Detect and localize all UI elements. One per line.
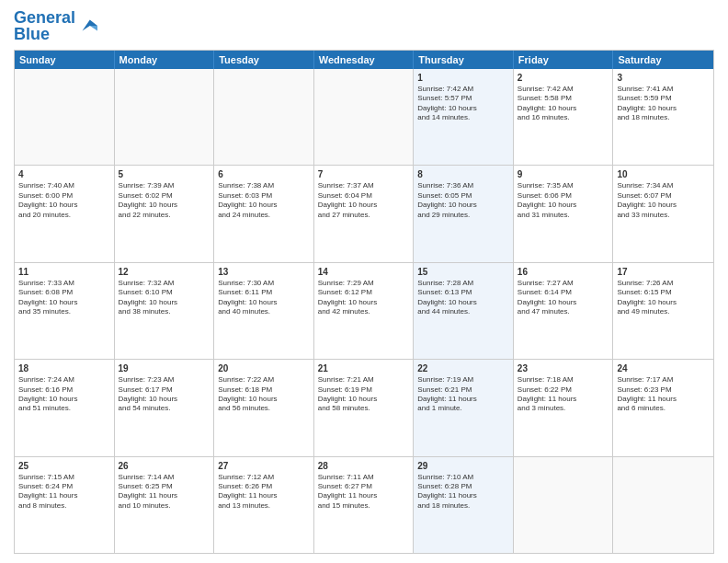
day-cell-7: 7Sunrise: 7:37 AM Sunset: 6:04 PM Daylig… xyxy=(314,166,415,261)
day-number: 20 xyxy=(218,362,310,374)
day-number: 27 xyxy=(218,460,310,472)
day-number: 18 xyxy=(18,362,110,374)
calendar-body: 1Sunrise: 7:42 AM Sunset: 5:57 PM Daylig… xyxy=(15,69,713,553)
day-cell-13: 13Sunrise: 7:30 AM Sunset: 6:11 PM Dayli… xyxy=(214,263,314,359)
day-cell-24: 24Sunrise: 7:17 AM Sunset: 6:23 PM Dayli… xyxy=(613,360,713,455)
day-number: 21 xyxy=(318,362,410,374)
day-info: Sunrise: 7:29 AM Sunset: 6:12 PM Dayligh… xyxy=(318,279,410,317)
day-cell-15: 15Sunrise: 7:28 AM Sunset: 6:13 PM Dayli… xyxy=(414,263,514,359)
day-info: Sunrise: 7:38 AM Sunset: 6:03 PM Dayligh… xyxy=(218,181,310,220)
day-number: 14 xyxy=(318,266,410,278)
day-cell-14: 14Sunrise: 7:29 AM Sunset: 6:12 PM Dayli… xyxy=(314,263,415,359)
day-number: 25 xyxy=(18,460,110,472)
day-number: 1 xyxy=(417,72,509,84)
day-number: 16 xyxy=(518,266,609,278)
day-number: 17 xyxy=(617,266,710,278)
logo-blue: Blue xyxy=(14,25,50,43)
header: General Blue xyxy=(14,9,714,42)
day-number: 11 xyxy=(18,266,110,278)
day-info: Sunrise: 7:12 AM Sunset: 6:26 PM Dayligh… xyxy=(218,473,310,511)
week-row-4: 18Sunrise: 7:24 AM Sunset: 6:16 PM Dayli… xyxy=(15,359,713,455)
empty-cell xyxy=(15,69,115,165)
day-info: Sunrise: 7:34 AM Sunset: 6:07 PM Dayligh… xyxy=(617,181,710,220)
day-number: 13 xyxy=(218,266,310,278)
day-info: Sunrise: 7:41 AM Sunset: 5:59 PM Dayligh… xyxy=(617,85,710,123)
day-info: Sunrise: 7:42 AM Sunset: 5:57 PM Dayligh… xyxy=(417,85,509,123)
day-cell-27: 27Sunrise: 7:12 AM Sunset: 6:26 PM Dayli… xyxy=(214,457,314,553)
day-cell-3: 3Sunrise: 7:41 AM Sunset: 5:59 PM Daylig… xyxy=(613,69,713,165)
day-number: 19 xyxy=(119,362,210,374)
day-info: Sunrise: 7:14 AM Sunset: 6:25 PM Dayligh… xyxy=(119,473,210,511)
day-number: 12 xyxy=(119,266,210,278)
day-cell-17: 17Sunrise: 7:26 AM Sunset: 6:15 PM Dayli… xyxy=(613,263,713,359)
day-number: 26 xyxy=(119,460,210,472)
header-cell-tuesday: Tuesday xyxy=(214,51,314,69)
day-cell-16: 16Sunrise: 7:27 AM Sunset: 6:14 PM Dayli… xyxy=(514,263,614,359)
day-cell-18: 18Sunrise: 7:24 AM Sunset: 6:16 PM Dayli… xyxy=(15,360,115,455)
header-cell-friday: Friday xyxy=(514,51,614,69)
day-info: Sunrise: 7:23 AM Sunset: 6:17 PM Dayligh… xyxy=(119,375,210,414)
day-number: 3 xyxy=(617,72,710,84)
logo-icon xyxy=(77,16,97,36)
day-cell-28: 28Sunrise: 7:11 AM Sunset: 6:27 PM Dayli… xyxy=(314,457,415,553)
day-number: 15 xyxy=(417,266,509,278)
day-info: Sunrise: 7:21 AM Sunset: 6:19 PM Dayligh… xyxy=(318,375,410,414)
day-info: Sunrise: 7:24 AM Sunset: 6:16 PM Dayligh… xyxy=(18,375,110,414)
day-info: Sunrise: 7:37 AM Sunset: 6:04 PM Dayligh… xyxy=(318,181,410,220)
calendar: SundayMondayTuesdayWednesdayThursdayFrid… xyxy=(14,50,714,554)
day-number: 9 xyxy=(518,168,609,180)
week-row-5: 25Sunrise: 7:15 AM Sunset: 6:24 PM Dayli… xyxy=(15,456,713,553)
day-number: 6 xyxy=(218,168,310,180)
header-cell-thursday: Thursday xyxy=(414,51,514,69)
day-cell-20: 20Sunrise: 7:22 AM Sunset: 6:18 PM Dayli… xyxy=(214,360,314,455)
day-number: 7 xyxy=(318,168,410,180)
day-number: 23 xyxy=(518,362,609,374)
empty-cell xyxy=(613,457,713,553)
day-number: 4 xyxy=(18,168,110,180)
day-cell-21: 21Sunrise: 7:21 AM Sunset: 6:19 PM Dayli… xyxy=(314,360,415,455)
day-info: Sunrise: 7:11 AM Sunset: 6:27 PM Dayligh… xyxy=(318,473,410,511)
page: General Blue SundayMondayTuesdayWednesda… xyxy=(0,0,728,563)
day-cell-25: 25Sunrise: 7:15 AM Sunset: 6:24 PM Dayli… xyxy=(15,457,115,553)
header-cell-saturday: Saturday xyxy=(613,51,713,69)
day-info: Sunrise: 7:15 AM Sunset: 6:24 PM Dayligh… xyxy=(18,473,110,511)
week-row-3: 11Sunrise: 7:33 AM Sunset: 6:08 PM Dayli… xyxy=(15,262,713,359)
day-info: Sunrise: 7:30 AM Sunset: 6:11 PM Dayligh… xyxy=(218,279,310,317)
day-cell-9: 9Sunrise: 7:35 AM Sunset: 6:06 PM Daylig… xyxy=(514,166,614,261)
empty-cell xyxy=(314,69,415,165)
day-cell-26: 26Sunrise: 7:14 AM Sunset: 6:25 PM Dayli… xyxy=(115,457,215,553)
week-row-1: 1Sunrise: 7:42 AM Sunset: 5:57 PM Daylig… xyxy=(15,69,713,165)
day-number: 28 xyxy=(318,460,410,472)
week-row-2: 4Sunrise: 7:40 AM Sunset: 6:00 PM Daylig… xyxy=(15,165,713,261)
empty-cell xyxy=(514,457,614,553)
day-cell-29: 29Sunrise: 7:10 AM Sunset: 6:28 PM Dayli… xyxy=(414,457,514,553)
day-number: 2 xyxy=(518,72,609,84)
day-cell-4: 4Sunrise: 7:40 AM Sunset: 6:00 PM Daylig… xyxy=(15,166,115,261)
day-cell-19: 19Sunrise: 7:23 AM Sunset: 6:17 PM Dayli… xyxy=(115,360,215,455)
day-info: Sunrise: 7:17 AM Sunset: 6:23 PM Dayligh… xyxy=(617,375,710,414)
day-cell-5: 5Sunrise: 7:39 AM Sunset: 6:02 PM Daylig… xyxy=(115,166,215,261)
day-info: Sunrise: 7:42 AM Sunset: 5:58 PM Dayligh… xyxy=(518,85,609,123)
day-number: 24 xyxy=(617,362,710,374)
day-cell-10: 10Sunrise: 7:34 AM Sunset: 6:07 PM Dayli… xyxy=(613,166,713,261)
day-number: 5 xyxy=(119,168,210,180)
day-info: Sunrise: 7:40 AM Sunset: 6:00 PM Dayligh… xyxy=(18,181,110,220)
day-info: Sunrise: 7:39 AM Sunset: 6:02 PM Dayligh… xyxy=(119,181,210,220)
day-info: Sunrise: 7:28 AM Sunset: 6:13 PM Dayligh… xyxy=(417,279,509,317)
day-info: Sunrise: 7:19 AM Sunset: 6:21 PM Dayligh… xyxy=(417,375,509,414)
day-info: Sunrise: 7:26 AM Sunset: 6:15 PM Dayligh… xyxy=(617,279,710,317)
day-info: Sunrise: 7:22 AM Sunset: 6:18 PM Dayligh… xyxy=(218,375,310,414)
day-number: 22 xyxy=(417,362,509,374)
day-info: Sunrise: 7:18 AM Sunset: 6:22 PM Dayligh… xyxy=(518,375,609,414)
day-number: 10 xyxy=(617,168,710,180)
day-info: Sunrise: 7:32 AM Sunset: 6:10 PM Dayligh… xyxy=(119,279,210,317)
logo-general: General xyxy=(14,8,75,27)
day-info: Sunrise: 7:35 AM Sunset: 6:06 PM Dayligh… xyxy=(518,181,609,220)
calendar-header: SundayMondayTuesdayWednesdayThursdayFrid… xyxy=(15,51,713,69)
day-cell-23: 23Sunrise: 7:18 AM Sunset: 6:22 PM Dayli… xyxy=(514,360,614,455)
header-cell-monday: Monday xyxy=(115,51,215,69)
day-info: Sunrise: 7:27 AM Sunset: 6:14 PM Dayligh… xyxy=(518,279,609,317)
day-info: Sunrise: 7:10 AM Sunset: 6:28 PM Dayligh… xyxy=(417,473,509,511)
svg-marker-1 xyxy=(90,26,97,31)
logo: General Blue xyxy=(14,9,97,42)
